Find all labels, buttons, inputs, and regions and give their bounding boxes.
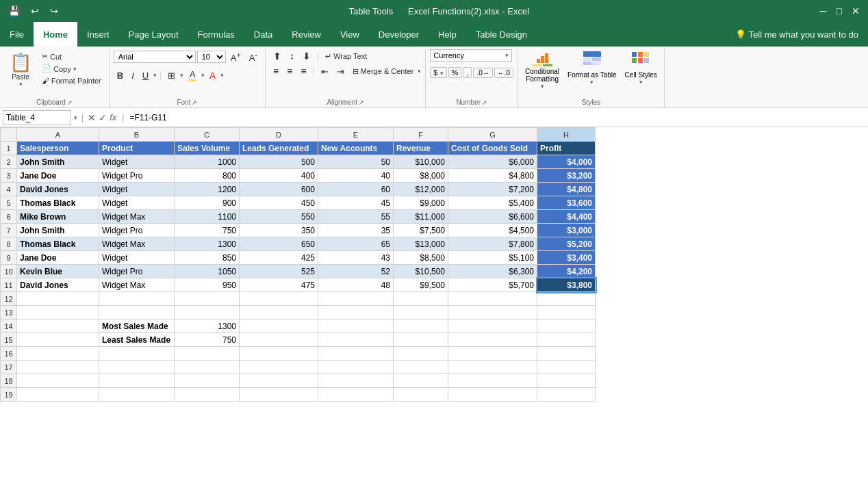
dollar-button[interactable]: $ ▾ <box>430 67 446 78</box>
copy-button[interactable]: 📄 Copy ▾ <box>38 63 105 75</box>
cell-11-1[interactable]: David Jones <box>17 278 99 292</box>
fill-dropdown[interactable]: ▾ <box>201 72 205 79</box>
decrease-font-button[interactable]: A- <box>246 49 261 64</box>
cell-7-7[interactable]: $4,500 <box>448 224 537 237</box>
menu-table-design[interactable]: Table Design <box>466 22 537 47</box>
format-as-table-button[interactable]: Format as Table ▾ <box>565 49 620 87</box>
bold-button[interactable]: B <box>114 69 127 82</box>
row-header-5[interactable]: 5 <box>1 196 17 210</box>
cell-13-7[interactable] <box>448 306 537 319</box>
cell-14-4[interactable] <box>240 319 318 333</box>
row-header-1[interactable]: 1 <box>1 142 17 155</box>
align-center-button[interactable]: ≡ <box>283 64 296 78</box>
cell-19-1[interactable] <box>17 388 99 402</box>
cell-17-3[interactable] <box>175 361 240 374</box>
col-header-E[interactable]: E <box>318 128 394 142</box>
align-top-button[interactable]: ⬆ <box>270 49 285 63</box>
menu-page-layout[interactable]: Page Layout <box>119 22 188 47</box>
cell-7-6[interactable]: $7,500 <box>394 224 448 237</box>
cell-1-5[interactable]: New Accounts <box>318 142 394 155</box>
cell-10-1[interactable]: Kevin Blue <box>17 265 99 278</box>
col-header-G[interactable]: G <box>448 128 537 142</box>
cell-10-2[interactable]: Widget Pro <box>99 265 175 278</box>
col-header-D[interactable]: D <box>240 128 318 142</box>
menu-insert[interactable]: Insert <box>77 22 119 47</box>
row-header-17[interactable]: 17 <box>1 361 17 374</box>
row-header-15[interactable]: 15 <box>1 333 17 347</box>
cell-9-1[interactable]: Jane Doe <box>17 251 99 265</box>
font-color-button[interactable]: A <box>206 69 219 82</box>
cell-3-4[interactable]: 400 <box>240 169 318 183</box>
cell-10-8[interactable]: $4,200 <box>537 265 596 278</box>
cell-2-2[interactable]: Widget <box>99 155 175 169</box>
cell-1-3[interactable]: Sales Volume <box>175 142 240 155</box>
cell-2-5[interactable]: 50 <box>318 155 394 169</box>
cell-4-7[interactable]: $7,200 <box>448 183 537 196</box>
cell-18-8[interactable] <box>537 374 596 388</box>
row-header-6[interactable]: 6 <box>1 210 17 224</box>
cell-14-5[interactable] <box>318 319 394 333</box>
cell-15-5[interactable] <box>318 333 394 347</box>
cell-17-7[interactable] <box>448 361 537 374</box>
cell-16-1[interactable] <box>17 347 99 361</box>
cell-3-8[interactable]: $3,200 <box>537 169 596 183</box>
cell-4-3[interactable]: 1200 <box>175 183 240 196</box>
paste-button[interactable]: 📋 Paste ▾ <box>4 49 37 90</box>
cell-4-8[interactable]: $4,800 <box>537 183 596 196</box>
cell-18-6[interactable] <box>394 374 448 388</box>
cell-16-2[interactable] <box>99 347 175 361</box>
fill-color-button[interactable]: A <box>185 68 200 83</box>
cell-19-2[interactable] <box>99 388 175 402</box>
cell-8-8[interactable]: $5,200 <box>537 237 596 251</box>
cell-5-3[interactable]: 900 <box>175 196 240 210</box>
underline-button[interactable]: U <box>139 69 152 82</box>
cell-8-4[interactable]: 650 <box>240 237 318 251</box>
cell-12-6[interactable] <box>394 292 448 306</box>
cell-4-5[interactable]: 60 <box>318 183 394 196</box>
cell-10-7[interactable]: $6,300 <box>448 265 537 278</box>
cell-14-1[interactable] <box>17 319 99 333</box>
cell-8-2[interactable]: Widget Max <box>99 237 175 251</box>
formula-input[interactable] <box>129 113 865 122</box>
cell-8-7[interactable]: $7,800 <box>448 237 537 251</box>
cell-3-3[interactable]: 800 <box>175 169 240 183</box>
percent-button[interactable]: % <box>448 67 462 78</box>
cell-5-4[interactable]: 450 <box>240 196 318 210</box>
copy-dropdown-arrow[interactable]: ▾ <box>73 66 77 73</box>
cell-13-4[interactable] <box>240 306 318 319</box>
clipboard-expand[interactable]: ↗ <box>67 99 73 106</box>
cell-5-5[interactable]: 45 <box>318 196 394 210</box>
cell-11-7[interactable]: $5,700 <box>448 278 537 292</box>
cell-9-4[interactable]: 425 <box>240 251 318 265</box>
row-header-11[interactable]: 11 <box>1 278 17 292</box>
cell-10-3[interactable]: 1050 <box>175 265 240 278</box>
cell-12-4[interactable] <box>240 292 318 306</box>
function-button[interactable]: fx <box>110 112 116 123</box>
cell-9-3[interactable]: 850 <box>175 251 240 265</box>
cell-10-6[interactable]: $10,500 <box>394 265 448 278</box>
menu-file[interactable]: File <box>0 22 34 47</box>
cell-2-4[interactable]: 500 <box>240 155 318 169</box>
cell-2-8[interactable]: $4,000 <box>537 155 596 169</box>
cell-15-7[interactable] <box>448 333 537 347</box>
decrease-decimal-button[interactable]: ←.0 <box>494 68 513 78</box>
row-header-13[interactable]: 13 <box>1 306 17 319</box>
cell-5-8[interactable]: $3,600 <box>537 196 596 210</box>
cell-15-1[interactable] <box>17 333 99 347</box>
cell-17-4[interactable] <box>240 361 318 374</box>
cell-13-6[interactable] <box>394 306 448 319</box>
cell-15-4[interactable] <box>240 333 318 347</box>
cell-3-7[interactable]: $4,800 <box>448 169 537 183</box>
cell-16-8[interactable] <box>537 347 596 361</box>
cell-19-4[interactable] <box>240 388 318 402</box>
menu-data[interactable]: Data <box>244 22 282 47</box>
save-icon[interactable]: 💾 <box>5 4 23 18</box>
row-header-18[interactable]: 18 <box>1 374 17 388</box>
row-header-4[interactable]: 4 <box>1 183 17 196</box>
cell-18-3[interactable] <box>175 374 240 388</box>
row-header-10[interactable]: 10 <box>1 265 17 278</box>
name-box-dropdown[interactable]: ▾ <box>74 114 77 121</box>
cell-14-3[interactable]: 1300 <box>175 319 240 333</box>
minimize-icon[interactable]: ─ <box>817 4 830 18</box>
alignment-expand[interactable]: ↗ <box>359 99 364 106</box>
